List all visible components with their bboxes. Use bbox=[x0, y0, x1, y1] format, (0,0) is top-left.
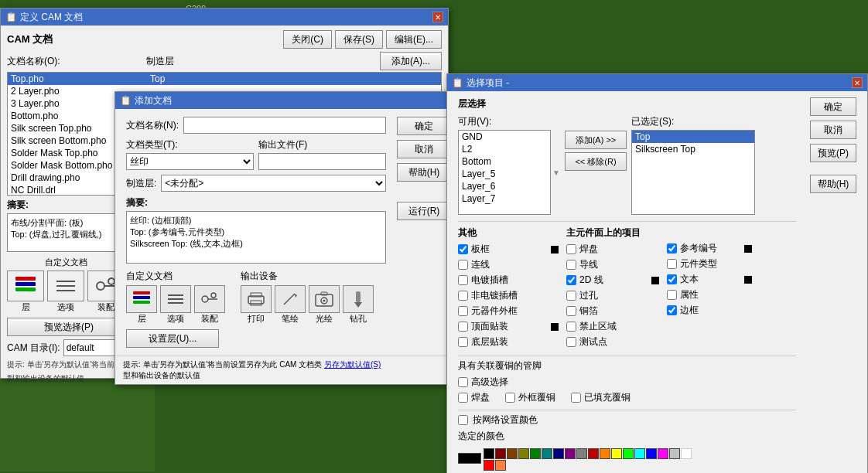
network-color-checkbox[interactable] bbox=[458, 415, 468, 425]
add-file-cancel-btn[interactable]: 取消 bbox=[397, 140, 451, 158]
add-file-help-btn[interactable]: 帮助(H) bbox=[397, 163, 451, 182]
swatch-6[interactable] bbox=[553, 448, 564, 459]
swatch-18[interactable] bbox=[484, 460, 494, 471]
add-file-ok-btn[interactable]: 确定 bbox=[397, 117, 451, 135]
add-assembly-icon[interactable] bbox=[194, 285, 225, 313]
avail-layer-7[interactable]: Layer_7 bbox=[459, 192, 550, 205]
cb-2d-line-input[interactable] bbox=[566, 275, 576, 285]
swatch-0[interactable] bbox=[484, 448, 494, 459]
swatch-14[interactable] bbox=[646, 448, 657, 459]
swatch-8[interactable] bbox=[576, 448, 587, 459]
cb-testpoint-label: 测试点 bbox=[579, 335, 607, 349]
color-palette-row bbox=[458, 445, 796, 471]
toolbar-layers-icon[interactable] bbox=[7, 271, 44, 301]
add-print-group: 打印 bbox=[241, 285, 272, 325]
cb-keepout-input[interactable] bbox=[566, 322, 576, 332]
avail-layer-6[interactable]: Layer_6 bbox=[459, 180, 550, 192]
add-output-title: 输出设备 bbox=[241, 270, 374, 283]
cb-bottom-smt-input[interactable] bbox=[458, 337, 468, 347]
add-file-run-btn[interactable]: 运行(R) bbox=[397, 202, 451, 220]
file-list-item-0[interactable]: Top.pho Top bbox=[8, 73, 441, 85]
cb-comp-type-input[interactable] bbox=[667, 259, 677, 269]
cb-copper-input[interactable] bbox=[566, 306, 576, 316]
cb-top-smt-input[interactable] bbox=[458, 322, 468, 332]
sel-layer-top[interactable]: Top bbox=[632, 131, 754, 143]
cb-border-input[interactable] bbox=[667, 305, 677, 315]
cb-adv-fill-input[interactable] bbox=[571, 393, 581, 403]
advanced-section: 具有关联覆铜的管脚 高级选择 焊盘 外框覆铜 bbox=[458, 356, 796, 407]
btn-add[interactable]: 添加(A)... bbox=[380, 52, 442, 70]
avail-layer-bottom[interactable]: Bottom bbox=[459, 155, 550, 168]
add-file-hint: 提示: 单击'另存为默认值'将当前设置另存为此 CAM 文档类 另存为默认值(S… bbox=[115, 356, 462, 384]
avail-layer-l2[interactable]: L2 bbox=[459, 143, 550, 155]
avail-layer-gnd[interactable]: GND bbox=[459, 131, 550, 143]
other-col: 其他 板框 连线 电镀插槽 bbox=[458, 226, 559, 351]
add-pen-icon[interactable] bbox=[275, 285, 306, 313]
add-photo-icon[interactable] bbox=[309, 285, 340, 313]
layer-sel-cancel-btn[interactable]: 取消 bbox=[810, 121, 856, 139]
swatch-17[interactable] bbox=[681, 448, 692, 459]
cb-traces2-input[interactable] bbox=[566, 260, 576, 270]
cam-main-close-button[interactable]: ✕ bbox=[432, 12, 443, 22]
avail-layer-5[interactable]: Layer_5 bbox=[459, 168, 550, 180]
set-layer-btn[interactable]: 设置层(U)... bbox=[126, 329, 219, 348]
cb-adv-solder-input[interactable] bbox=[458, 393, 468, 403]
cb-traces-input[interactable] bbox=[458, 260, 468, 270]
cb-adv-outline-input[interactable] bbox=[505, 393, 515, 403]
btn-remove-layer[interactable]: << 移除(R) bbox=[565, 152, 627, 171]
add-options-group: 选项 bbox=[160, 285, 191, 325]
add-print-icon[interactable] bbox=[241, 285, 272, 313]
swatch-15[interactable] bbox=[658, 448, 668, 459]
sel-layer-silkscreen-top[interactable]: Silkscreen Top bbox=[632, 143, 754, 155]
cb-plated-slot-input[interactable] bbox=[458, 275, 468, 285]
swatch-5[interactable] bbox=[542, 448, 552, 459]
layer-sel-ok-btn[interactable]: 确定 bbox=[810, 97, 856, 116]
cb-attribute-input[interactable] bbox=[667, 290, 677, 300]
add-layers-icon[interactable] bbox=[126, 285, 157, 313]
btn-save[interactable]: 保存(S) bbox=[335, 30, 383, 49]
cb-non-plated-slot-input[interactable] bbox=[458, 291, 468, 301]
selected-layers-list[interactable]: Top Silkscreen Top bbox=[631, 130, 755, 215]
layer-sel-help-btn[interactable]: 帮助(H) bbox=[810, 175, 856, 193]
cb-advanced-select-input[interactable] bbox=[458, 377, 468, 387]
save-default-link[interactable]: 另存为默认值(S) bbox=[324, 360, 381, 369]
swatch-19[interactable] bbox=[495, 460, 506, 471]
btn-add-layer[interactable]: 添加(A) >> bbox=[565, 131, 627, 149]
available-scrollbar[interactable]: ▼ bbox=[552, 130, 560, 215]
mfr-layer-label: 制造层: bbox=[126, 177, 156, 190]
swatch-13[interactable] bbox=[634, 448, 645, 459]
swatch-12[interactable] bbox=[623, 448, 634, 459]
doctype-select[interactable]: 丝印 铜箔 阻焊 钻孔 bbox=[126, 153, 254, 170]
cb-ref-des-input[interactable] bbox=[667, 243, 677, 254]
cb-pads-input[interactable] bbox=[566, 244, 576, 254]
layer-sel-preview-btn[interactable]: 预览(P) bbox=[810, 144, 856, 162]
layer-sel-close-button[interactable]: ✕ bbox=[852, 77, 863, 88]
output-file-input[interactable] bbox=[258, 153, 386, 170]
cb-via-input[interactable] bbox=[566, 291, 576, 301]
cb-component-outline-input[interactable] bbox=[458, 306, 468, 316]
cb-board-frame-input[interactable] bbox=[458, 244, 468, 254]
swatch-10[interactable] bbox=[600, 448, 610, 459]
add-pen-label: 笔绘 bbox=[282, 313, 299, 325]
docname-input[interactable] bbox=[183, 117, 386, 134]
swatch-1[interactable] bbox=[495, 448, 506, 459]
add-drill-icon[interactable] bbox=[343, 285, 374, 313]
cb-adv-fill-label: 已填充覆铜 bbox=[584, 391, 630, 404]
swatch-4[interactable] bbox=[530, 448, 541, 459]
customize-icons-row: 层 选项 装配 bbox=[7, 271, 125, 313]
available-layers-list[interactable]: GND L2 Bottom Layer_5 Layer_6 Layer_7 bbox=[458, 130, 551, 215]
add-options-icon[interactable] bbox=[160, 285, 191, 313]
swatch-2[interactable] bbox=[507, 448, 518, 459]
mfr-layer-select[interactable]: <未分配> bbox=[161, 175, 386, 192]
cb-text-input[interactable] bbox=[667, 274, 677, 284]
btn-edit[interactable]: 编辑(E)... bbox=[386, 30, 442, 49]
btn-preview-select[interactable]: 预览选择(P) bbox=[7, 318, 131, 336]
swatch-16[interactable] bbox=[669, 448, 680, 459]
btn-close[interactable]: 关闭(C) bbox=[283, 30, 332, 49]
swatch-11[interactable] bbox=[611, 448, 622, 459]
swatch-3[interactable] bbox=[518, 448, 529, 459]
swatch-9[interactable] bbox=[588, 448, 599, 459]
toolbar-options-icon[interactable] bbox=[47, 271, 84, 301]
cb-testpoint-input[interactable] bbox=[566, 337, 576, 347]
swatch-7[interactable] bbox=[565, 448, 576, 459]
